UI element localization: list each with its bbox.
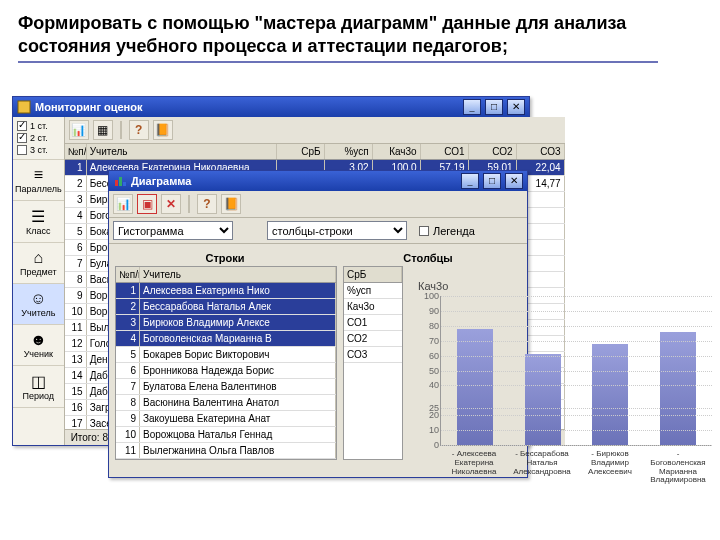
list-item[interactable]: 8Васюнина Валентина Анатол (116, 395, 336, 411)
list-item[interactable]: Кач3о (344, 299, 402, 315)
sidebar: 1 ст. 2 ст. 3 ст. ≡Параллель ☰Класс ⌂Пре… (13, 117, 65, 445)
svg-rect-3 (123, 182, 126, 186)
list-item[interactable]: СО2 (344, 331, 402, 347)
chart-title: Кач3о (418, 280, 712, 292)
chart-bar (660, 332, 696, 445)
step-label: 1 ст. (30, 121, 48, 131)
sidebar-item-parallel[interactable]: ≡Параллель (13, 160, 64, 201)
col-kach[interactable]: Кач3о (373, 144, 421, 159)
tool-book-icon[interactable]: 📙 (221, 194, 241, 214)
checkbox-icon (17, 121, 27, 131)
rows-grid[interactable]: №п/п Учитель 1Алексеева Екатерина Нико2Б… (115, 266, 337, 460)
toolbar-separator (188, 195, 190, 213)
monitoring-toolbar: 📊 ▦ ? 📙 (65, 117, 565, 144)
sidebar-item-label: Ученик (24, 349, 53, 359)
svg-rect-0 (18, 101, 30, 113)
column-headers: №п/п Учитель СрБ %усп Кач3о СО1 СО2 СО3 (65, 144, 565, 160)
parallel-icon: ≡ (15, 166, 62, 184)
col-teacher[interactable]: Учитель (140, 267, 336, 282)
legend-label: Легенда (433, 225, 475, 237)
list-item[interactable]: СО1 (344, 315, 402, 331)
chart-type-select[interactable]: Гистограмма (113, 221, 233, 240)
toolbar-separator (120, 121, 122, 139)
tool-red-icon[interactable]: ▣ (137, 194, 157, 214)
class-icon: ☰ (15, 207, 62, 226)
diagram-titlebar[interactable]: Диаграмма _ □ ✕ (109, 171, 527, 191)
app-icon (17, 100, 31, 114)
cols-header: Столбцы (335, 252, 521, 264)
sidebar-item-teacher[interactable]: ☺Учитель (13, 284, 64, 325)
chart-plot: 0102025405060708090100 (440, 296, 712, 446)
list-item[interactable]: 10Ворожцова Наталья Геннад (116, 427, 336, 443)
svg-rect-1 (115, 180, 118, 186)
col-srb[interactable]: СрБ (344, 267, 402, 282)
list-item[interactable]: СО3 (344, 347, 402, 363)
chart-bar (457, 329, 493, 445)
tool-table-icon[interactable]: ▦ (93, 120, 113, 140)
list-item[interactable]: %усп (344, 283, 402, 299)
legend-checkbox[interactable]: Легенда (419, 225, 475, 237)
tool-book-icon[interactable]: 📙 (153, 120, 173, 140)
maximize-button[interactable]: □ (485, 99, 503, 115)
subject-icon: ⌂ (15, 249, 62, 267)
step-label: 3 ст. (30, 145, 48, 155)
list-item[interactable]: 6Бронникова Надежда Борис (116, 363, 336, 379)
layout-select[interactable]: столбцы-строки (267, 221, 407, 240)
step-label: 2 ст. (30, 133, 48, 143)
bar-chart: Кач3о 0102025405060708090100 - Алексеева… (418, 280, 712, 516)
tool-help-icon[interactable]: ? (197, 194, 217, 214)
diagram-toolbar: 📊 ▣ ✕ ? 📙 (109, 191, 527, 218)
list-item[interactable]: 1Алексеева Екатерина Нико (116, 283, 336, 299)
monitoring-title: Мониторинг оценок (35, 101, 142, 113)
title-rule (18, 61, 658, 63)
student-icon: ☻ (15, 331, 62, 349)
diagram-toolbar-2: Гистограмма столбцы-строки Легенда (109, 218, 527, 244)
minimize-button[interactable]: _ (463, 99, 481, 115)
sidebar-steps: 1 ст. 2 ст. 3 ст. (13, 117, 64, 160)
x-tick-label: - Алексеева Екатерина Николаевна (444, 450, 504, 485)
col-num[interactable]: №п/п (116, 267, 140, 282)
rows-header: Строки (115, 252, 335, 264)
sidebar-item-period[interactable]: ◫Период (13, 366, 64, 408)
list-item[interactable]: 3Бирюков Владимир Алексе (116, 315, 336, 331)
checkbox-icon (17, 133, 27, 143)
col-teacher[interactable]: Учитель (87, 144, 277, 159)
list-item[interactable]: 11Вылегжанина Ольга Павлов (116, 443, 336, 459)
svg-rect-2 (119, 177, 122, 186)
sidebar-item-label: Параллель (15, 184, 62, 194)
tool-help-icon[interactable]: ? (129, 120, 149, 140)
col-num[interactable]: №п/п (65, 144, 87, 159)
tool-chart-icon[interactable]: 📊 (113, 194, 133, 214)
checkbox-icon (17, 145, 27, 155)
list-item[interactable]: 5Бокарев Борис Викторович (116, 347, 336, 363)
step-3[interactable]: 3 ст. (15, 144, 62, 156)
list-item[interactable]: 4Боговоленская Марианна В (116, 331, 336, 347)
step-2[interactable]: 2 ст. (15, 132, 62, 144)
maximize-button[interactable]: □ (483, 173, 501, 189)
list-item[interactable]: 2Бессарабова Наталья Алек (116, 299, 336, 315)
list-item[interactable]: 7Булатова Елена Валентинов (116, 379, 336, 395)
col-so1[interactable]: СО1 (421, 144, 469, 159)
sidebar-item-label: Учитель (21, 308, 55, 318)
tool-close-icon[interactable]: ✕ (161, 194, 181, 214)
cols-grid[interactable]: СрБ %успКач3оСО1СО2СО3 (343, 266, 403, 460)
sidebar-item-label: Класс (26, 226, 51, 236)
sidebar-item-label: Предмет (20, 267, 57, 277)
tool-chart-icon[interactable]: 📊 (69, 120, 89, 140)
col-so2[interactable]: СО2 (469, 144, 517, 159)
sidebar-item-class[interactable]: ☰Класс (13, 201, 64, 243)
close-button[interactable]: ✕ (505, 173, 523, 189)
sidebar-item-student[interactable]: ☻Ученик (13, 325, 64, 366)
col-so3[interactable]: СО3 (517, 144, 565, 159)
period-icon: ◫ (15, 372, 62, 391)
close-button[interactable]: ✕ (507, 99, 525, 115)
chart-icon (113, 174, 127, 188)
minimize-button[interactable]: _ (461, 173, 479, 189)
x-tick-label: - Бирюков Владимир Алексеевич (580, 450, 640, 485)
x-tick-label: - Боговоленская Марианна Владимировна (648, 450, 708, 485)
col-usp[interactable]: %усп (325, 144, 373, 159)
list-item[interactable]: 9Закоушева Екатерина Анат (116, 411, 336, 427)
col-srb[interactable]: СрБ (277, 144, 325, 159)
monitoring-titlebar[interactable]: Мониторинг оценок _ □ ✕ (13, 97, 529, 117)
sidebar-item-subject[interactable]: ⌂Предмет (13, 243, 64, 284)
